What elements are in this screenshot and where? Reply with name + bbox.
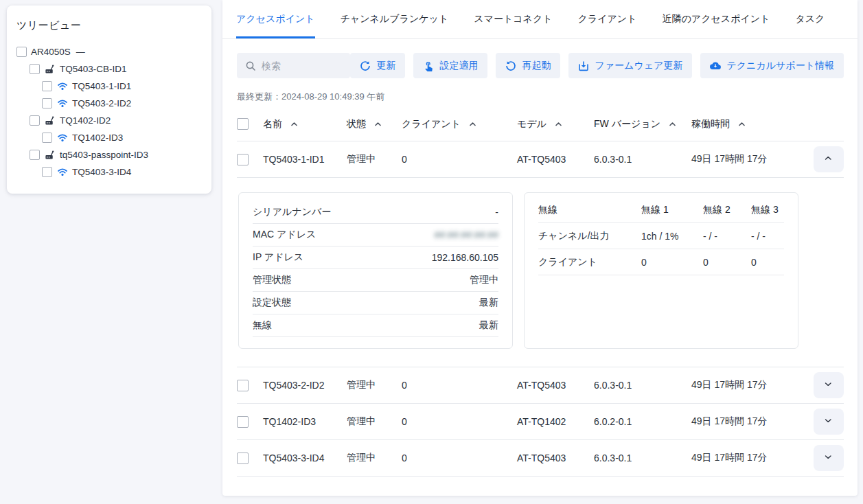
button-label: 更新 [376,60,395,72]
radio-cell: 無線 3 [751,204,784,216]
tab-active[interactable]: アクセスポイント [236,0,315,38]
table-row[interactable]: TQ5403-1-ID1 管理中 0 AT-TQ5403 6.0.3-0.1 4… [237,141,844,178]
sort-icon[interactable] [290,121,298,127]
wifi-icon [56,81,68,92]
info-value: - [495,207,498,218]
expand-row-button[interactable] [814,372,844,398]
row-checkbox[interactable] [237,453,249,464]
info-row: 無線 最新 [253,314,498,337]
tab-inactive[interactable]: スマートコネクト [474,0,552,38]
checkbox[interactable] [42,81,52,91]
tab-inactive[interactable]: 近隣のアクセスポイント [663,0,770,38]
cell-model: AT-TQ5403 [517,453,594,463]
radio-row: チャンネル/出力 1ch / 1% - / - - / - [538,223,784,249]
checkbox[interactable] [30,150,40,160]
expand-row-button[interactable] [814,146,844,172]
access-point-icon [44,150,56,161]
tree-item[interactable]: TQ1402-ID3 [16,129,202,146]
expand-row-button[interactable] [814,445,844,471]
column-header-model: モデル [517,118,546,130]
button-label: 設定適用 [439,60,478,72]
cell-status: 管理中 [347,452,402,464]
search-box[interactable] [237,53,350,78]
tech-support-info-button[interactable]: テクニカルサポート情報 [700,53,844,78]
cell-model: AT-TQ5403 [517,380,594,391]
cell-clients: 0 [402,154,517,165]
row-checkbox[interactable] [237,154,249,165]
expand-row-button[interactable] [814,409,844,435]
column-header-fw-version: FW バージョン [594,118,660,130]
sort-icon[interactable] [738,121,746,127]
wifi-icon [56,98,68,109]
chevron-up-icon [824,155,833,163]
tree-item[interactable]: TQ5403-2-ID2 [16,95,202,112]
tree-item[interactable]: TQ5403-CB-ID1 [16,60,202,78]
tree-item-label: tq5403-passpoint-ID3 [60,150,148,160]
tree-item-label: TQ1402-ID3 [72,133,123,143]
tree-item[interactable]: TQ1402-ID2 [16,112,202,129]
access-point-icon [44,64,56,75]
button-label: ファームウェア更新 [595,60,682,72]
table-row[interactable]: TQ1402-ID3 管理中 0 AT-TQ1402 6.0.2-0.1 49日… [237,404,844,440]
table-row[interactable]: TQ5403-3-ID4 管理中 0 AT-TQ5403 6.0.3-0.1 4… [237,440,844,477]
sort-icon[interactable] [555,121,562,127]
apply-config-button[interactable]: 設定適用 [413,53,487,78]
sort-icon[interactable] [374,121,382,127]
tab-bar: アクセスポイントチャンネルブランケットスマートコネクトクライアント近隣のアクセス… [222,0,858,39]
tab-inactive[interactable]: クライアント [578,0,637,38]
tree-collapse-toggle[interactable]: — [76,47,85,57]
row-checkbox[interactable] [237,416,249,428]
sort-icon[interactable] [469,121,476,127]
tree-item[interactable]: tq5403-passpoint-ID3 [16,146,202,163]
info-row: 管理状態 管理中 [253,269,498,292]
access-point-icon [44,115,56,126]
search-input[interactable] [262,60,342,71]
info-value-redacted: ##:##:##:##:## [435,229,498,240]
tree-item-label: TQ5403-1-ID1 [72,81,131,91]
cell-fw-version: 6.0.3-0.1 [594,154,691,165]
radio-cell: 0 [751,257,784,268]
tree-item-label: TQ5403-CB-ID1 [60,64,127,74]
row-checkbox[interactable] [237,380,249,391]
tab-inactive[interactable]: タスク [795,0,825,38]
info-row: 設定状態 最新 [253,292,498,314]
info-value: 管理中 [470,274,498,286]
cell-model: AT-TQ1402 [517,416,594,427]
refresh-button[interactable]: 更新 [350,53,405,78]
checkbox[interactable] [42,133,52,143]
radio-cell: - / - [703,231,751,242]
checkbox[interactable] [42,98,52,108]
select-all-checkbox[interactable] [237,118,249,130]
button-label: 再起動 [522,60,551,72]
wifi-icon [57,81,68,91]
tree-item[interactable]: TQ5403-3-ID4 [16,163,202,181]
checkbox[interactable] [30,64,40,74]
tree-item-label: TQ5403-3-ID4 [72,167,131,177]
tree-item-label: TQ1402-ID2 [60,115,111,126]
access-point-icon [45,150,55,160]
tree-item[interactable]: TQ5403-1-ID1 [16,78,202,95]
cell-fw-version: 6.0.3-0.1 [594,453,691,463]
access-point-table: 名前 状態 クライアント モデル FW バージョン 稼働時間 TQ5403-1-… [237,107,844,477]
button-label: テクニカルサポート情報 [726,60,834,72]
access-point-icon [45,115,55,126]
column-header-status: 状態 [347,118,366,130]
checkbox[interactable] [30,115,40,126]
info-label: MAC アドレス [253,229,316,241]
cell-clients: 0 [402,380,517,391]
tab-label: スマートコネクト [474,13,552,25]
tab-label: 近隣のアクセスポイント [663,13,770,25]
tree-item-root[interactable]: AR4050S — [16,43,202,60]
cell-status: 管理中 [347,415,402,428]
table-row[interactable]: TQ5403-2-ID2 管理中 0 AT-TQ5403 6.0.3-0.1 4… [237,367,844,404]
firmware-update-button[interactable]: ファームウェア更新 [568,53,692,78]
checkbox[interactable] [42,167,52,177]
checkbox[interactable] [16,47,27,57]
reboot-button[interactable]: 再起動 [496,53,560,78]
wifi-icon [57,167,68,177]
cell-name: TQ5403-3-ID4 [263,453,347,463]
info-value: 最新 [479,297,498,309]
sort-icon[interactable] [669,121,676,127]
tab-inactive[interactable]: チャンネルブランケット [341,0,449,38]
chevron-down-icon [824,381,833,389]
